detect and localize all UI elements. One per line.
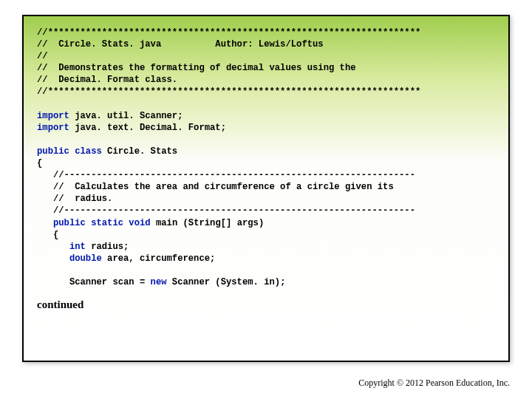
code-line: // radius.: [37, 194, 112, 204]
code-line: // Calculates the area and circumference…: [37, 182, 394, 192]
code-line: //**************************************…: [37, 86, 420, 97]
code-text: java. text. Decimal. Format;: [69, 123, 226, 133]
keyword-double: double: [69, 253, 102, 264]
keyword-public: public: [37, 146, 69, 157]
slide-frame: //**************************************…: [22, 15, 510, 362]
class-name: Circle. Stats: [107, 146, 177, 157]
copyright-notice: Copyright © 2012 Pearson Education, Inc.: [358, 378, 510, 389]
keyword-static: static: [86, 218, 129, 228]
code-line: // Decimal. Format class.: [37, 75, 177, 85]
code-listing: //**************************************…: [37, 27, 495, 288]
keyword-new: new: [151, 277, 167, 287]
keyword-public: public: [53, 218, 86, 228]
keyword-class: class: [69, 146, 107, 157]
code-line: // Circle. Stats. java: [37, 39, 161, 50]
code-line: Author: Lewis/Loftus: [215, 39, 323, 50]
code-line: //--------------------------------------…: [37, 205, 415, 216]
brace: {: [37, 230, 58, 240]
code-text: area, circumference;: [102, 253, 216, 264]
continued-label: continued: [37, 299, 495, 311]
code-text: java. util. Scanner;: [69, 111, 183, 121]
code-line: // Demonstrates the formatting of decima…: [37, 63, 356, 73]
keyword-int: int: [69, 242, 86, 252]
code-text: Scanner (System. in);: [167, 277, 286, 287]
brace: {: [37, 158, 42, 168]
keyword-void: void: [129, 218, 150, 228]
method-sig: main (String[] args): [151, 218, 265, 228]
code-line: //--------------------------------------…: [37, 170, 415, 180]
code-text: radius;: [86, 242, 129, 252]
keyword-import: import: [37, 111, 69, 121]
code-line: //: [37, 51, 48, 61]
code-text: Scanner scan =: [37, 277, 151, 287]
keyword-import: import: [37, 123, 69, 133]
code-line: //**************************************…: [37, 27, 420, 38]
